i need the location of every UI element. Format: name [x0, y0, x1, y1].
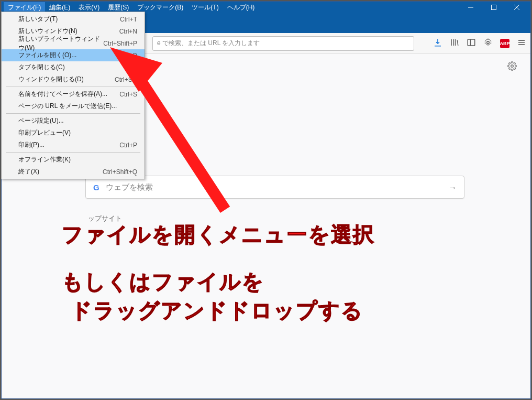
- search-placeholder: ウェブを検索: [106, 182, 153, 192]
- hamburger-menu-icon[interactable]: [517, 38, 526, 49]
- abp-icon[interactable]: ABP: [500, 39, 509, 48]
- menu-print[interactable]: 印刷(P)...Ctrl+P: [2, 139, 145, 151]
- svg-rect-1: [492, 5, 496, 10]
- svg-point-6: [487, 41, 490, 44]
- library-icon[interactable]: [450, 38, 459, 49]
- svg-point-10: [511, 65, 514, 68]
- close-button[interactable]: [505, 2, 528, 13]
- svg-rect-4: [468, 39, 475, 46]
- window-controls: [459, 2, 528, 13]
- annotation-text-3: ドラッグアンドドロップする: [71, 296, 363, 325]
- url-input[interactable]: e で検索、または URL を入力します: [152, 36, 414, 51]
- menu-open-file[interactable]: ファイルを開く(O)...Ctrl+O: [2, 49, 145, 61]
- menu-help[interactable]: ヘルプ(H): [223, 2, 259, 13]
- menu-page-setup[interactable]: ページ設定(U)...: [2, 115, 145, 127]
- menu-tools[interactable]: ツール(T): [187, 2, 223, 13]
- minimize-button[interactable]: [459, 2, 482, 13]
- search-go-icon[interactable]: →: [449, 183, 457, 192]
- menu-new-private-window[interactable]: 新しいプライベートウィンドウ(W)Ctrl+Shift+P: [2, 37, 145, 49]
- maximize-button[interactable]: [482, 2, 505, 13]
- menu-close-tab[interactable]: タブを閉じる(C): [2, 61, 145, 73]
- menu-save-as[interactable]: 名前を付けてページを保存(A)...Ctrl+S: [2, 88, 145, 100]
- downloads-icon[interactable]: [433, 38, 442, 49]
- google-logo-icon: G: [93, 183, 99, 192]
- menu-work-offline[interactable]: オフライン作業(K): [2, 154, 145, 166]
- menu-exit[interactable]: 終了(X)Ctrl+Shift+Q: [2, 166, 145, 178]
- file-menu-dropdown: 新しいタブ(T)Ctrl+T 新しいウィンドウ(N)Ctrl+N 新しいプライベ…: [1, 12, 145, 179]
- menu-new-tab[interactable]: 新しいタブ(T)Ctrl+T: [2, 13, 145, 25]
- page-settings-icon[interactable]: [507, 61, 517, 73]
- addon-gear-icon[interactable]: [483, 38, 493, 49]
- nav-icons: ABP: [433, 38, 526, 49]
- menu-print-preview[interactable]: 印刷プレビュー(V): [2, 127, 145, 139]
- menu-email-link[interactable]: ページの URL をメールで送信(E)...: [2, 100, 145, 112]
- sidebar-icon[interactable]: [467, 38, 476, 49]
- menu-close-window[interactable]: ウィンドウを閉じる(D)Ctrl+Shi: [2, 73, 145, 85]
- annotation-text-2: もしくはファイルを: [62, 267, 264, 296]
- annotation-text-1: ファイルを開くメニューを選択: [62, 220, 375, 249]
